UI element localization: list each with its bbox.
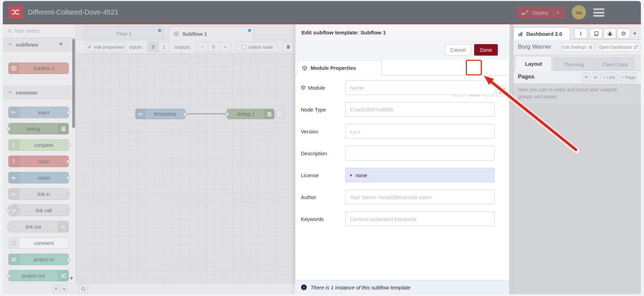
node-red-app: Different-Collared-Dove-4521 Deploy ▾ su… [3,1,641,294]
palette-node-project-out[interactable]: project out [8,270,69,281]
unsaved-dot [158,29,161,32]
sidebar-menu-caret-icon[interactable]: ▾ [634,31,636,36]
add-link-button[interactable]: + Link [601,73,618,82]
done-button[interactable]: Done [474,44,498,56]
info-button[interactable]: i [574,28,587,39]
node-label: debug 1 [227,111,264,117]
add-page-button[interactable]: + Page [619,73,637,82]
version-input[interactable] [345,124,495,139]
debug-toggle-button[interactable] [276,110,284,118]
license-select[interactable]: ▾ none [345,168,495,182]
unsaved-dot [248,29,251,32]
node-debug-1[interactable]: debug 1 [227,109,274,119]
palette-scrollbar[interactable] [72,39,75,128]
palette-node-subflow-1[interactable]: Subflow 1 [8,63,69,74]
open-dashboard-button[interactable]: Open Dashboard [596,43,640,52]
tab-theming[interactable]: Theming [554,58,594,71]
keywords-input[interactable] [345,212,495,226]
inputs-label: inputs: [129,42,143,52]
tab-dashboard-2[interactable]: Dashboard 2.0 [513,27,570,40]
appearance-button[interactable] [496,85,508,96]
palette-node-catch[interactable]: ! catch [8,156,69,167]
inputs-1-button[interactable]: 1 [158,42,170,52]
node-timestamp[interactable]: timestamp [135,109,185,119]
palette-scroll-up-icon[interactable]: ▲ [58,40,64,46]
palette-node-link-out[interactable]: link out [8,221,69,232]
move-up-button[interactable] [582,73,590,82]
palette-category-common[interactable]: common [3,86,76,99]
output-port [67,176,70,180]
tab-label: Theming [564,61,584,67]
palette-search[interactable]: filter nodes [3,24,76,38]
outputs-value: 0 [208,42,220,52]
pages-panel: Here you can re-order and move your widg… [513,83,641,102]
palette-expand-all-button[interactable] [60,285,68,293]
palette-node-label: link out [9,224,58,230]
module-input[interactable] [345,80,495,95]
outputs-minus-button[interactable]: − [196,42,208,52]
sidebar-body [513,103,641,294]
output-port [67,258,70,261]
dashboard-name: Borg Warner [518,43,551,50]
config-nodes-button[interactable]: ⚙ [617,28,630,39]
gear-icon: ⚙ [621,30,626,37]
tab-client-data[interactable]: Client Data [595,58,634,71]
chevron-down-icon [8,43,12,46]
palette-node-link-in[interactable]: link in [8,188,69,200]
output-port [67,192,70,196]
description-label: Description [301,146,342,161]
tab-module-properties[interactable]: Module Properties [297,60,382,75]
flow-canvas[interactable]: timestamp debug 1 ◀ [76,54,295,283]
tab-subflow-1[interactable]: Subflow 1 [169,26,254,41]
output-port[interactable] [183,112,187,116]
status-node-checkbox[interactable] [241,45,246,49]
dialog-actionbar: Cancel Done [295,41,510,59]
palette-node-project-in[interactable]: project in [8,254,69,265]
tab-flow-1[interactable]: Flow 1 [84,26,164,40]
author-input[interactable] [345,190,495,204]
info-circle-icon: i [301,285,307,290]
debug-button[interactable] [604,28,616,39]
tab-layout[interactable]: Layout [515,56,552,71]
sidebar-separator[interactable] [509,24,513,294]
project-in-icon [9,254,19,265]
deploy-button[interactable]: Deploy ▾ [517,6,565,19]
deploy-caret-icon[interactable]: ▾ [557,10,559,15]
wire [187,113,227,114]
inject-icon [136,109,146,119]
palette-scroll-down-icon[interactable]: ▼ [69,275,74,281]
palette-category-subflows[interactable]: subflows [3,38,76,51]
input-port[interactable] [225,112,229,116]
delete-subflow-button[interactable] [282,42,294,52]
status-node-toggle[interactable]: status node [236,42,278,52]
search-icon [8,29,12,33]
outputs-plus-button[interactable]: + [219,42,231,52]
menu-icon[interactable] [593,8,604,17]
palette-node-inject[interactable]: inject [8,107,69,118]
output-port [67,143,70,147]
inputs-0-button[interactable]: 0 [148,42,159,52]
edit-properties-button[interactable]: edit properties [86,42,125,52]
palette-collapse-all-button[interactable] [52,285,60,293]
zoom-search-button[interactable] [79,285,88,294]
palette-node-complete[interactable]: ! complete [8,139,69,151]
tab-label: Client Data [602,61,628,67]
chart-icon [518,31,523,36]
input-port [7,274,10,278]
palette-node-comment[interactable]: comment [8,237,69,249]
palette-node-link-call[interactable]: link call [8,205,69,216]
description-input[interactable] [345,146,495,161]
palette-node-debug[interactable]: debug [8,123,69,134]
link-in-icon [9,189,19,199]
node-type-input[interactable] [345,102,495,117]
move-down-button[interactable] [592,73,599,82]
palette-node-status[interactable]: status [8,172,69,183]
cancel-button[interactable]: Cancel [445,44,471,56]
palette-node-label: link call [19,208,68,213]
inject-trigger-button[interactable] [126,110,135,118]
comment-icon [9,238,19,248]
edit-settings-button[interactable]: Edit Settings ⚙ [560,43,594,52]
avatar[interactable]: su [572,5,586,19]
pencil-icon [88,45,92,49]
help-button[interactable] [590,28,602,39]
